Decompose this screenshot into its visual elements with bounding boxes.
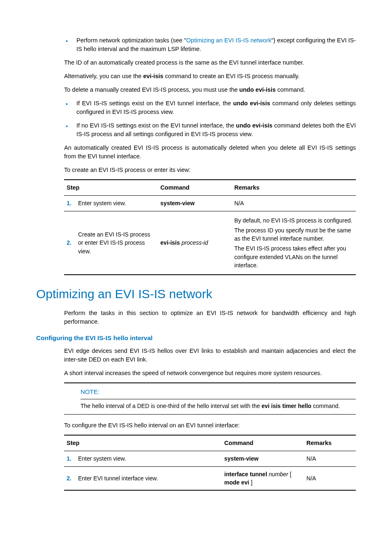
step-text: Enter system view.	[76, 451, 222, 466]
th-remarks: Remarks	[232, 180, 356, 196]
remarks-cell: By default, no EVI IS-IS process is conf…	[232, 211, 356, 275]
step-num: 1.	[64, 196, 76, 211]
bullet-item: Perform network optimization tasks (see …	[64, 36, 356, 53]
step-text: Create an EVI IS-IS process or enter EVI…	[76, 211, 158, 275]
remarks-line: The process ID you specify must be the s…	[234, 226, 353, 243]
paragraph: To create an EVI IS-IS process or enter …	[64, 166, 356, 174]
table-row: 1. Enter system view. system-view N/A	[64, 196, 356, 211]
table-row: 2. Enter EVI tunnel interface view. inte…	[64, 466, 356, 490]
th-command: Command	[222, 435, 304, 451]
cmd-cell: evi-isis process-id	[158, 211, 232, 275]
cmd-bold: system-view	[160, 200, 194, 206]
cmd-cell: system-view	[158, 196, 232, 211]
paragraph: To delete a manually created EVI IS-IS p…	[64, 86, 356, 94]
step-num: 2.	[64, 466, 76, 490]
paragraph: A short interval increases the speed of …	[64, 369, 356, 378]
cmd-cell: interface tunnel number [ mode evi ]	[222, 466, 304, 490]
table-header-row: Step Command Remarks	[64, 435, 356, 451]
cmd-bold: undo evi-isis	[233, 100, 270, 107]
cmd-italic: number	[269, 471, 288, 477]
note-body: The hello interval of a DED is one-third…	[81, 399, 356, 412]
table-row: 2. Create an EVI IS-IS process or enter …	[64, 211, 356, 275]
step-text: Enter system view.	[76, 196, 158, 211]
paragraph: Perform the tasks in this section to opt…	[64, 309, 356, 326]
paragraph: Alternatively, you can use the evi-isis …	[64, 72, 356, 81]
subsection-heading: Configuring the EVI IS-IS hello interval	[36, 334, 356, 343]
table-row: 1. Enter system view. system-view N/A	[64, 451, 356, 466]
text: command.	[311, 403, 340, 409]
cmd-bold: interface tunnel	[224, 471, 269, 477]
paragraph: An automatically created EVI IS-IS proce…	[64, 144, 356, 161]
text: To delete a manually created EVI IS-IS p…	[64, 86, 239, 93]
text: command.	[276, 86, 305, 93]
note-box: NOTE: The hello interval of a DED is one…	[64, 382, 356, 415]
cmd-bold: evi-isis	[160, 239, 181, 246]
table-header-row: Step Command Remarks	[64, 180, 356, 196]
note-title: NOTE:	[81, 385, 356, 399]
cmd-bold: undo evi-isis	[236, 122, 272, 129]
th-remarks: Remarks	[304, 435, 356, 451]
body-content: EVI edge devices send EVI IS-IS hellos o…	[64, 347, 356, 491]
table-2: Step Command Remarks 1. Enter system vie…	[64, 435, 356, 491]
text: If no EVI IS-IS settings exist on the EV…	[76, 122, 236, 129]
remarks-line: The EVI IS-IS process takes effect after…	[234, 244, 353, 269]
cmd-cell: system-view	[222, 451, 304, 466]
body-content: Perform network optimization tasks (see …	[64, 36, 356, 275]
table-1: Step Command Remarks 1. Enter system vie…	[64, 179, 356, 275]
th-command: Command	[158, 180, 232, 196]
step-text: Enter EVI tunnel interface view.	[76, 466, 222, 490]
remarks-cell: N/A	[304, 466, 356, 490]
cmd-bold: evi-isis	[143, 73, 163, 79]
cmd-bold: undo evi-isis	[239, 86, 276, 93]
body-content: Perform the tasks in this section to opt…	[64, 309, 356, 326]
remarks-cell: N/A	[304, 451, 356, 466]
th-step: Step	[64, 435, 222, 451]
step-num: 1.	[64, 451, 76, 466]
paragraph: The ID of an automatically created proce…	[64, 58, 356, 67]
bullet-list-2: If EVI IS-IS settings exist on the EVI t…	[64, 99, 356, 139]
text: The hello interval of a DED is one-third…	[81, 403, 261, 409]
th-step: Step	[64, 180, 158, 196]
cmd-bold: system-view	[224, 455, 258, 462]
cmd-italic: process-id	[182, 239, 208, 246]
optimizing-link[interactable]: Optimizing an EVI IS-IS network	[186, 37, 271, 44]
text: [	[288, 471, 291, 477]
remarks-cell: N/A	[232, 196, 356, 211]
text: Alternatively, you can use the	[64, 73, 143, 79]
paragraph: EVI edge devices send EVI IS-IS hellos o…	[64, 347, 356, 364]
bullet-item: If no EVI IS-IS settings exist on the EV…	[64, 121, 356, 139]
cmd-bold: mode evi	[224, 479, 249, 486]
text: command to create an EVI IS-IS process m…	[164, 73, 300, 79]
bullet-item: If EVI IS-IS settings exist on the EVI t…	[64, 99, 356, 116]
paragraph: To configure the EVI IS-IS hello interva…	[64, 421, 356, 430]
step-num: 2.	[64, 211, 76, 275]
remarks-line: By default, no EVI IS-IS process is conf…	[234, 216, 353, 225]
section-heading: Optimizing an EVI IS-IS network	[36, 285, 356, 303]
text: Perform network optimization tasks (see …	[76, 37, 186, 44]
text: If EVI IS-IS settings exist on the EVI t…	[76, 100, 233, 107]
cmd-bold: evi isis timer hello	[261, 403, 311, 409]
bullet-list-1: Perform network optimization tasks (see …	[64, 36, 356, 53]
text: ]	[249, 479, 253, 486]
